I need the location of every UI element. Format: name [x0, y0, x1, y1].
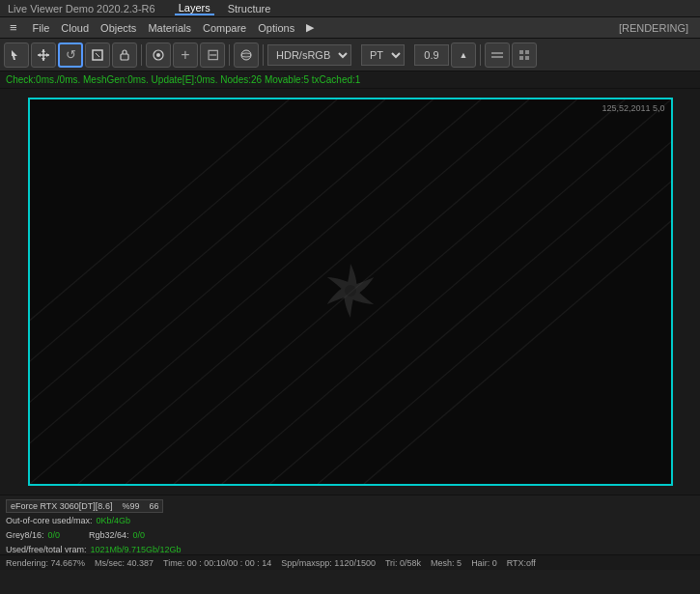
svg-point-32 — [345, 285, 356, 297]
gpu-util: %99 — [122, 501, 139, 511]
sep-2 — [229, 44, 230, 66]
status-mssec: Ms/sec: 40.387 — [95, 558, 154, 568]
menu-bar: ≡ File Cloud Objects Materials Compare O… — [0, 17, 700, 39]
info-row-1: eForce RTX 3060[DT][8.6] %99 66 — [6, 499, 694, 513]
status-mesh: Mesh: 5 — [431, 558, 462, 568]
tool-lock[interactable] — [112, 42, 137, 68]
svg-line-7 — [96, 53, 99, 57]
grey816-label: Grey8/16: — [6, 530, 44, 540]
gpu-info-box: eForce RTX 3060[DT][8.6] %99 66 — [6, 499, 163, 513]
tool-extra2[interactable] — [512, 42, 537, 68]
info-panels: eForce RTX 3060[DT][8.6] %99 66 Out-of-c… — [0, 495, 700, 554]
svg-rect-13 — [491, 52, 503, 54]
svg-rect-8 — [121, 54, 128, 60]
menu-objects[interactable]: Objects — [95, 17, 142, 38]
vram-value: 1021Mb/9.715Gb/12Gb — [91, 545, 182, 554]
rgb3264-label: Rgb32/64: — [89, 530, 129, 540]
svg-rect-15 — [519, 50, 523, 54]
svg-rect-16 — [525, 50, 529, 54]
center-logo — [312, 252, 389, 331]
vram-label: Used/free/total vram: — [6, 545, 87, 554]
info-row-3: Grey8/16: 0/0 Rgb32/64: 0/0 — [6, 528, 694, 542]
status-spp: Spp/maxspp: 1120/1500 — [281, 558, 376, 568]
value-up[interactable]: ▲ — [451, 42, 476, 68]
sep-3 — [263, 44, 264, 66]
info-row-2: Out-of-core used/max: 0Kb/4Gb — [6, 514, 694, 527]
tool-extra1[interactable] — [485, 42, 510, 68]
out-of-core-label: Out-of-core used/max: — [6, 516, 93, 525]
menu-arrow[interactable]: ▶ — [300, 17, 320, 38]
tab-structure[interactable]: Structure — [224, 3, 275, 14]
status-hair: Hair: 0 — [471, 558, 497, 568]
title-bar: Live Viewer Demo 2020.2.3-R6 Layers Stru… — [0, 0, 700, 17]
tool-select[interactable] — [4, 42, 29, 68]
tool-move[interactable] — [31, 42, 56, 68]
gpu-label: eForce RTX 3060[DT][8.6] — [11, 501, 112, 511]
rendering-label: [RENDERING] — [619, 22, 696, 34]
tool-add[interactable]: + — [173, 42, 198, 68]
grey816-value: 0/0 — [48, 530, 61, 540]
status-top: Check:0ms./0ms. MeshGen:0ms. Update[E]:0… — [0, 71, 700, 89]
svg-rect-14 — [491, 56, 503, 58]
status-rtx: RTX:off — [507, 558, 536, 568]
sep-4 — [480, 44, 481, 66]
svg-marker-4 — [38, 53, 41, 57]
svg-point-10 — [156, 53, 160, 57]
status-tri: Tri: 0/58k — [385, 558, 421, 568]
svg-rect-17 — [519, 56, 523, 60]
status-top-text: Check:0ms./0ms. MeshGen:0ms. Update[E]:0… — [6, 74, 360, 85]
gpu-num: 66 — [149, 501, 158, 511]
hdr-select[interactable]: HDR/sRGB — [267, 44, 351, 66]
svg-marker-2 — [42, 49, 45, 52]
tool-minus[interactable]: ⊟ — [200, 42, 225, 68]
status-rendering: Rendering: 74.667% — [6, 558, 85, 568]
menu-compare[interactable]: Compare — [197, 17, 252, 38]
tool-rotate[interactable]: ↺ — [58, 42, 83, 68]
viewport-container: 125,52,2011 5,0 — [0, 89, 700, 495]
menu-cloud[interactable]: Cloud — [55, 17, 95, 38]
viewport-coords: 125,52,2011 5,0 — [602, 103, 664, 113]
menu-hamburger[interactable]: ≡ — [4, 17, 23, 38]
rgb3264-value: 0/0 — [133, 530, 146, 540]
menu-file[interactable]: File — [27, 17, 56, 38]
tool-sphere[interactable] — [234, 42, 259, 68]
svg-marker-5 — [46, 53, 49, 57]
value-input[interactable] — [414, 44, 449, 66]
app-title: Live Viewer Demo 2020.2.3-R6 — [8, 3, 155, 14]
status-bottom: Rendering: 74.667% Ms/sec: 40.387 Time: … — [0, 554, 700, 570]
tool-render[interactable] — [146, 42, 171, 68]
out-of-core-value: 0Kb/4Gb — [97, 516, 131, 525]
sep-1 — [141, 44, 142, 66]
tool-scale[interactable] — [85, 42, 110, 68]
toolbar: ↺ + ⊟ HDR/sRGB PT ▲ — [0, 39, 700, 71]
menu-options[interactable]: Options — [252, 17, 300, 38]
tab-layers[interactable]: Layers — [175, 2, 214, 15]
svg-marker-3 — [42, 58, 45, 61]
pt-select[interactable]: PT — [361, 44, 405, 66]
status-time: Time: 00 : 00:10/00 : 00 : 14 — [163, 558, 271, 568]
svg-rect-18 — [525, 56, 529, 60]
svg-point-11 — [241, 50, 251, 60]
viewport[interactable]: 125,52,2011 5,0 — [28, 98, 673, 486]
menu-materials[interactable]: Materials — [142, 17, 197, 38]
